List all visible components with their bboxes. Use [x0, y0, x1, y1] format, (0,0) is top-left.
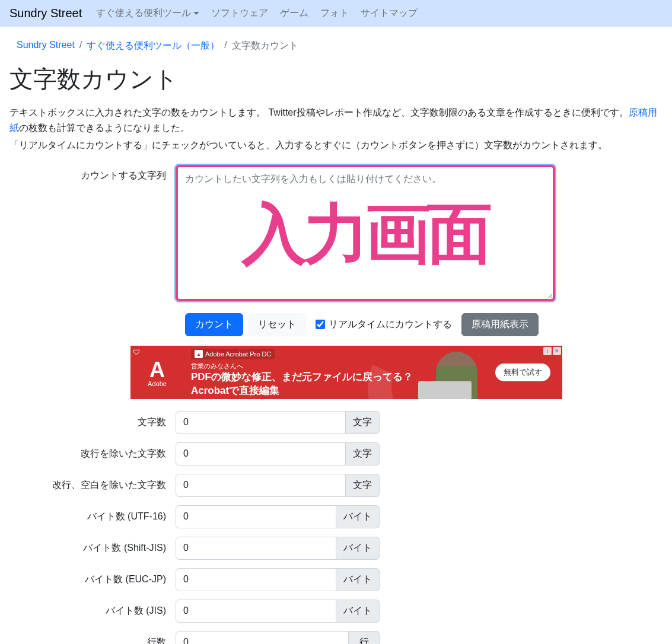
result-row: バイト数 (EUC-JP)バイト	[9, 568, 663, 591]
result-label: バイト数 (EUC-JP)	[9, 573, 176, 586]
realtime-label: リアルタイムにカウントする	[329, 318, 452, 331]
nav-sitemap[interactable]: サイトマップ	[356, 5, 422, 22]
result-unit: バイト	[336, 568, 380, 591]
result-row: バイト数 (Shift-JIS)バイト	[9, 537, 663, 560]
reset-button[interactable]: リセット	[248, 313, 306, 336]
result-unit: 行	[349, 631, 380, 644]
count-button[interactable]: カウント	[185, 313, 243, 336]
navbar-brand[interactable]: Sundry Street	[9, 7, 82, 20]
adobe-logo-icon: A	[149, 358, 165, 382]
ad-cta-button[interactable]: 無料で試す	[495, 364, 550, 381]
result-unit: バイト	[336, 537, 380, 560]
result-unit: バイト	[336, 600, 380, 623]
ad-person-image	[430, 346, 495, 399]
result-value[interactable]	[176, 442, 346, 466]
breadcrumb-sep: /	[224, 40, 227, 52]
result-label: 文字数	[9, 416, 176, 429]
breadcrumb-sep: /	[79, 40, 82, 52]
result-row: 改行を除いた文字数文字	[9, 442, 663, 466]
ad-close-icon[interactable]: ✕	[553, 347, 561, 355]
ad-info-icon[interactable]: i	[543, 347, 552, 355]
result-value[interactable]	[176, 568, 336, 591]
result-label: 改行を除いた文字数	[9, 448, 176, 460]
ad-product-tag: Adobe Acrobat Pro DC	[205, 350, 271, 358]
navbar: Sundry Street すぐ使える便利ツール ソフトウェア ゲーム フォト …	[0, 0, 672, 27]
result-label: バイト数 (Shift-JIS)	[9, 542, 176, 554]
result-unit: 文字	[346, 411, 380, 434]
nav-tools-dropdown[interactable]: すぐ使える便利ツール	[91, 5, 204, 22]
result-value[interactable]	[176, 474, 346, 497]
result-row: 改行、空白を除いた文字数文字	[9, 474, 663, 497]
result-label: 行数	[9, 636, 176, 644]
page-description-2: 「リアルタイムにカウントする」にチェックがついていると、入力するとすぐに（カウン…	[9, 138, 663, 153]
breadcrumb-tools[interactable]: すぐ使える便利ツール（一般）	[87, 40, 219, 50]
genkou-display-button[interactable]: 原稿用紙表示	[461, 313, 539, 336]
breadcrumb: Sundry Street / すぐ使える便利ツール（一般） / 文字数カウント	[9, 36, 663, 56]
result-row: バイト数 (UTF-16)バイト	[9, 505, 663, 528]
result-value[interactable]	[176, 631, 349, 644]
page-description-1: テキストボックスに入力された文字の数をカウントします。 Twitter投稿やレポ…	[9, 105, 663, 135]
pdf-icon: ▲	[195, 350, 203, 358]
result-row: 行数行	[9, 631, 663, 644]
result-label: バイト数 (UTF-16)	[9, 511, 176, 523]
result-row: 文字数文字	[9, 411, 663, 434]
ad-banner[interactable]: 🛡 A Adobe ▲Adobe Acrobat Pro DC 営業のみなさんへ…	[130, 346, 562, 399]
page-title: 文字数カウント	[9, 63, 663, 95]
result-label: 改行、空白を除いた文字数	[9, 479, 176, 492]
ad-shield-icon: 🛡	[133, 348, 142, 358]
breadcrumb-current: 文字数カウント	[232, 40, 298, 52]
result-value[interactable]	[176, 537, 336, 560]
breadcrumb-home[interactable]: Sundry Street	[17, 40, 75, 50]
result-unit: 文字	[346, 474, 380, 497]
result-value[interactable]	[176, 411, 346, 434]
result-label: バイト数 (JIS)	[9, 605, 176, 617]
nav-game[interactable]: ゲーム	[275, 5, 313, 22]
nav-software[interactable]: ソフトウェア	[206, 5, 273, 22]
realtime-checkbox[interactable]	[316, 320, 325, 329]
text-input[interactable]	[176, 165, 555, 301]
result-unit: バイト	[336, 505, 380, 528]
result-value[interactable]	[176, 505, 336, 528]
result-value[interactable]	[176, 600, 336, 623]
adobe-brand-name: Adobe	[148, 380, 167, 387]
input-label: カウントする文字列	[9, 165, 176, 182]
result-unit: 文字	[346, 442, 380, 466]
nav-photo[interactable]: フォト	[316, 5, 353, 22]
result-row: バイト数 (JIS)バイト	[9, 600, 663, 623]
